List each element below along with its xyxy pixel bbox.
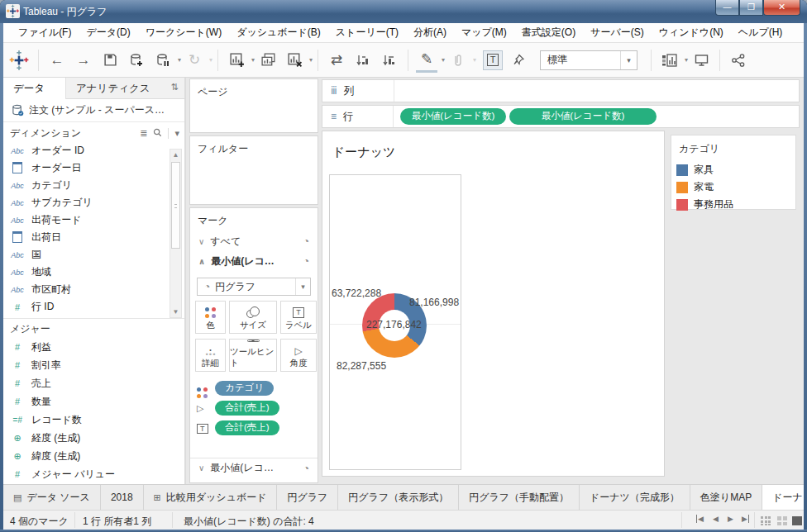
tooltip-button[interactable]: ツールヒント bbox=[229, 339, 277, 372]
clear-sheet-button[interactable] bbox=[284, 48, 305, 73]
show-hide-cards-button[interactable] bbox=[659, 48, 680, 73]
sheet-tab[interactable]: 円グラフ（手動配置） bbox=[459, 485, 580, 510]
measure-field[interactable]: 割引率 bbox=[3, 356, 184, 374]
rows-shelf[interactable]: ≡ 行 最小値(レコード数)最小値(レコード数) bbox=[322, 105, 800, 128]
menu-item[interactable]: 書式設定(O) bbox=[515, 23, 582, 42]
close-button[interactable]: ✕ bbox=[763, 0, 800, 16]
show-filmstrip-icon[interactable] bbox=[761, 516, 771, 525]
dimension-field[interactable]: 行 ID bbox=[3, 298, 184, 316]
show-hide-cards-dropdown[interactable]: ▾ bbox=[685, 56, 688, 64]
filters-card[interactable]: フィルター bbox=[189, 135, 318, 205]
dimensions-menu-icon[interactable]: ▾ bbox=[168, 128, 179, 139]
sheet-tab[interactable]: ドーナツ（完成形） bbox=[580, 485, 690, 510]
scroll-up-icon[interactable]: ▲ bbox=[170, 150, 181, 160]
legend-item[interactable]: 家電 bbox=[671, 178, 795, 196]
legend-item[interactable]: 家具 bbox=[671, 161, 795, 178]
add-datasource-button[interactable] bbox=[126, 48, 147, 73]
marks-pill-row[interactable]: T 合計(売上) bbox=[190, 418, 318, 438]
dimension-field[interactable]: サブカテゴリ bbox=[3, 194, 184, 211]
swap-rows-columns-button[interactable]: ⇄ bbox=[326, 48, 347, 73]
measure-field[interactable]: 利益 bbox=[3, 338, 184, 356]
color-legend-card[interactable]: カテゴリ 家具 家電 bbox=[671, 135, 796, 210]
sheet-tab[interactable]: 円グラフ（表示形式） bbox=[338, 485, 459, 510]
measure-field[interactable]: 経度 (生成) bbox=[3, 429, 184, 447]
menu-item[interactable]: ファイル(F) bbox=[12, 23, 78, 42]
new-worksheet-dropdown[interactable]: ▾ bbox=[251, 56, 255, 64]
undo-button[interactable]: ← bbox=[46, 48, 68, 73]
previous-story-point-icon[interactable]: ◀ bbox=[713, 515, 719, 523]
fix-axes-pin-button[interactable] bbox=[508, 48, 529, 73]
tab-data[interactable]: データ bbox=[3, 78, 66, 99]
scroll-down-icon[interactable]: ▼ bbox=[170, 306, 181, 317]
sort-ascending-button[interactable] bbox=[352, 48, 374, 73]
color-button[interactable]: 色 bbox=[195, 301, 226, 334]
mark-type-select[interactable]: ◔ 円グラフ ▾ bbox=[197, 278, 311, 296]
sort-descending-button[interactable] bbox=[379, 48, 400, 73]
duplicate-sheet-button[interactable] bbox=[257, 48, 279, 73]
menu-item[interactable]: サーバー(S) bbox=[584, 23, 651, 42]
menu-item[interactable]: ヘルプ(H) bbox=[732, 23, 790, 42]
pause-updates-dropdown[interactable]: ▾ bbox=[178, 56, 181, 64]
menu-item[interactable]: ワークシート(W) bbox=[139, 23, 228, 42]
marks-min-collapsed-row[interactable]: ∨ 最小値(レコ… ◔ bbox=[190, 458, 318, 477]
datasource-row[interactable]: 注文 (サンプル - スーパース… bbox=[3, 99, 184, 122]
tab-analytics[interactable]: アナリティクス bbox=[66, 78, 165, 99]
refresh-button[interactable]: ↻ bbox=[184, 48, 205, 73]
last-story-point-icon[interactable]: ▶ bbox=[742, 515, 749, 523]
find-field-icon[interactable] bbox=[153, 128, 162, 139]
chevron-down-icon[interactable]: ∨ bbox=[198, 237, 204, 246]
dimension-field[interactable]: カテゴリ bbox=[3, 177, 184, 194]
measure-field[interactable]: 数量 bbox=[3, 392, 184, 411]
sheet-tab[interactable]: 比較用ダッシュボード bbox=[144, 485, 278, 510]
rows-shelf-pill[interactable]: 最小値(レコード数) bbox=[400, 108, 506, 125]
sheet-tab[interactable]: ドーナッツ bbox=[762, 485, 807, 510]
next-story-point-icon[interactable]: ▶ bbox=[728, 515, 733, 523]
measure-field[interactable]: 売上 bbox=[3, 374, 184, 392]
pill-sum-sales[interactable]: 合計(売上) bbox=[215, 401, 279, 416]
sheet-tab[interactable]: データ ソース bbox=[3, 485, 101, 510]
columns-shelf[interactable]: ⅲ 列 bbox=[322, 79, 800, 102]
refresh-dropdown[interactable]: ▾ bbox=[209, 56, 212, 64]
angle-button[interactable]: ▷ 角度 bbox=[280, 339, 317, 372]
group-members-button[interactable] bbox=[447, 48, 469, 73]
menu-item[interactable]: マップ(M) bbox=[455, 23, 513, 42]
minimize-button[interactable]: — bbox=[715, 0, 739, 16]
redo-button[interactable]: → bbox=[73, 48, 94, 73]
save-button[interactable] bbox=[99, 48, 121, 73]
measure-field[interactable]: 緯度 (生成) bbox=[3, 447, 184, 465]
pill-category[interactable]: カテゴリ bbox=[215, 381, 274, 396]
share-button[interactable] bbox=[728, 48, 749, 73]
show-mark-labels-button[interactable]: T bbox=[483, 50, 503, 70]
marks-min-row[interactable]: ∧ 最小値(レコ… ◔ bbox=[190, 251, 318, 271]
sheet-tab[interactable]: 円グラフ bbox=[277, 485, 338, 510]
new-worksheet-button[interactable] bbox=[226, 48, 247, 73]
dimension-field[interactable]: 出荷モード bbox=[3, 211, 184, 229]
chevron-up-icon[interactable]: ∧ bbox=[198, 257, 205, 266]
presentation-mode-button[interactable] bbox=[690, 48, 712, 73]
pages-card[interactable]: ページ bbox=[189, 78, 318, 133]
sheet-tab[interactable]: 2018 bbox=[101, 485, 144, 510]
size-button[interactable]: サイズ bbox=[229, 301, 277, 334]
detail-button[interactable]: •∘∘∘ 詳細 bbox=[195, 339, 226, 372]
dimension-field[interactable]: オーダー ID bbox=[3, 142, 184, 159]
mark-type-dropdown-icon[interactable]: ▾ bbox=[295, 278, 310, 295]
clear-sheet-dropdown[interactable]: ▾ bbox=[309, 56, 313, 64]
fit-mode-select[interactable]: 標準 ▾ bbox=[540, 50, 637, 70]
view-as-list-icon[interactable]: ≣ bbox=[140, 128, 147, 139]
marks-all-row[interactable]: ∨ すべて ◔ bbox=[190, 231, 318, 251]
pause-updates-button[interactable] bbox=[152, 48, 174, 73]
menu-item[interactable]: 分析(A) bbox=[407, 23, 453, 42]
dimension-field[interactable]: 国 bbox=[3, 246, 184, 264]
first-story-point-icon[interactable]: ◀ bbox=[696, 515, 704, 523]
menu-item[interactable]: ウィンドウ(N) bbox=[652, 23, 730, 42]
menu-item[interactable]: ダッシュボード(B) bbox=[230, 23, 327, 42]
dimension-field[interactable]: 地域 bbox=[3, 264, 184, 281]
sheet-tab[interactable]: 色塗りMAP bbox=[690, 485, 762, 510]
pane-expander-icon[interactable]: ⇅ bbox=[165, 78, 184, 99]
show-sheet-icon[interactable] bbox=[792, 516, 802, 525]
highlight-dropdown[interactable]: ▾ bbox=[442, 56, 445, 64]
scrollbar-thumb[interactable] bbox=[171, 162, 180, 249]
dimensions-scrollbar[interactable]: ▲ ▼ bbox=[170, 149, 182, 318]
rows-shelf-pill[interactable]: 最小値(レコード数) bbox=[509, 108, 657, 125]
show-tabs-icon[interactable] bbox=[777, 516, 787, 525]
